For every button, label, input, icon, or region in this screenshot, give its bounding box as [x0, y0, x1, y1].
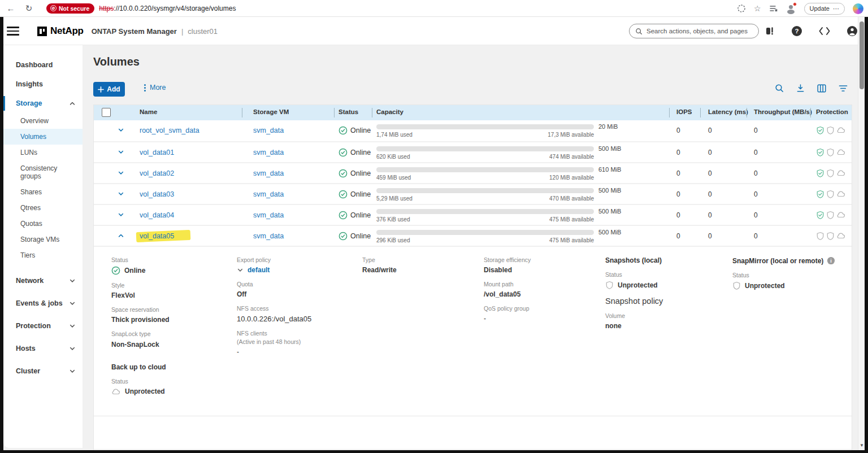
status-cell: Online — [338, 232, 371, 241]
expand-row-icon[interactable] — [118, 190, 124, 197]
help-icon[interactable]: ? — [791, 25, 802, 37]
storage-vm-link[interactable]: svm_data — [253, 232, 284, 240]
status-cell: Online — [338, 169, 371, 178]
column-header-latency-ms-[interactable]: Latency (ms) — [708, 108, 748, 115]
not-secure-badge[interactable]: ⊘ Not secure — [46, 3, 94, 14]
column-header-storage-vm[interactable]: Storage VM — [253, 108, 289, 115]
snapmirror-shield-icon — [826, 148, 835, 157]
sidebar-item-qtrees[interactable]: Qtrees — [3, 200, 83, 216]
scrollbar-down-icon[interactable]: ▼ — [860, 443, 864, 448]
sidebar-item-overview[interactable]: Overview — [3, 113, 83, 129]
search-icon[interactable] — [775, 84, 784, 93]
capacity-total: 20 MiB — [598, 123, 618, 130]
rest-api-icon[interactable] — [819, 27, 830, 36]
volume-row-vol_data05[interactable]: vol_data05 svm_data Online 500 MiB 296 K… — [94, 225, 852, 246]
sidebar-item-events-jobs[interactable]: Events & jobs — [3, 294, 83, 313]
collections-icon[interactable] — [769, 4, 778, 13]
more-button[interactable]: More — [144, 84, 166, 92]
page-scrollbar[interactable]: ▼ — [858, 17, 865, 450]
sidebar-item-storage[interactable]: Storage — [3, 94, 83, 113]
browser-essentials-icon[interactable] — [737, 4, 746, 13]
user-account-icon[interactable] — [847, 25, 858, 37]
sidebar-item-protection[interactable]: Protection — [3, 316, 83, 336]
column-header-protection[interactable]: Protection — [816, 108, 848, 115]
detail-field-value[interactable]: default — [237, 266, 362, 274]
snapshot-protected-shield-icon — [816, 126, 824, 135]
volume-name-link[interactable]: vol_data02 — [140, 169, 174, 177]
chevron-down-icon — [69, 368, 76, 374]
expand-row-icon[interactable] — [118, 149, 124, 155]
volume-name-link[interactable]: vol_data05 — [140, 232, 174, 240]
plus-icon — [98, 86, 104, 93]
expand-row-icon[interactable] — [118, 169, 124, 176]
collapse-row-icon[interactable] — [118, 232, 124, 239]
browser-menu-dots-icon[interactable]: ⋯ — [833, 5, 839, 12]
sidebar-item-volumes[interactable]: Volumes — [3, 129, 83, 145]
volume-name-link[interactable]: vol_data04 — [140, 211, 174, 219]
detail-field-space-reservation: Space reservation Thick provisioned — [111, 306, 237, 324]
browser-profile-avatar[interactable] — [786, 3, 796, 14]
volume-row-vol_data01[interactable]: vol_data01 svm_data Online 500 MiB 620 K… — [94, 141, 852, 162]
volume-row-vol_data03[interactable]: vol_data03 svm_data Online 500 MiB 5,29 … — [94, 183, 852, 204]
expand-row-icon[interactable] — [118, 127, 124, 133]
detail-column-2: Export policy default Quota Off NFS acce… — [237, 256, 362, 402]
chevron-down-icon[interactable] — [237, 267, 244, 273]
scrollbar-thumb[interactable] — [860, 21, 864, 89]
column-header-capacity[interactable]: Capacity — [376, 108, 403, 115]
storage-vm-link[interactable]: svm_data — [253, 169, 284, 177]
netapp-logo-icon — [37, 27, 47, 36]
info-icon[interactable]: i — [827, 256, 835, 265]
browser-update-button[interactable]: Update ⋯ — [804, 3, 845, 15]
header-separator — [810, 108, 811, 117]
storage-vm-link[interactable]: svm_data — [253, 211, 284, 219]
column-header-status[interactable]: Status — [338, 108, 358, 115]
sidebar-item-hosts[interactable]: Hosts — [3, 339, 83, 358]
iops-value: 0 — [676, 190, 680, 198]
address-bar[interactable]: ⊘ Not secure https://10.0.0.220/sysmgr/v… — [46, 2, 236, 15]
global-search-input[interactable] — [646, 28, 748, 34]
sidebar-item-storage-vms[interactable]: Storage VMs — [3, 232, 83, 247]
sidebar-item-insights[interactable]: Insights — [3, 75, 83, 94]
sidebar-item-dashboard[interactable]: Dashboard — [3, 55, 83, 75]
sidebar-item-consistency-groups[interactable]: Consistency groups — [3, 160, 83, 184]
volume-name-link[interactable]: root_vol_svm_data — [140, 127, 199, 134]
sidebar-item-label: Dashboard — [16, 61, 53, 69]
sidebar-item-tiers[interactable]: Tiers — [3, 247, 83, 263]
volume-name-link[interactable]: vol_data01 — [140, 149, 174, 156]
hamburger-menu-icon[interactable] — [7, 25, 19, 37]
storage-vm-link[interactable]: svm_data — [253, 149, 284, 156]
volume-row-vol_data04[interactable]: vol_data04 svm_data Online 500 MiB 376 K… — [94, 204, 852, 225]
select-all-checkbox[interactable] — [102, 108, 111, 117]
volume-name-link[interactable]: vol_data03 — [140, 190, 174, 198]
volume-row-root_vol_svm_data[interactable]: root_vol_svm_data svm_data Online 20 MiB… — [94, 120, 852, 141]
column-header-name[interactable]: Name — [140, 108, 157, 115]
add-button[interactable]: Add — [93, 82, 125, 97]
sidebar-item-network[interactable]: Network — [3, 271, 83, 290]
feedback-icon[interactable] — [765, 26, 775, 36]
latency-value: 0 — [708, 232, 712, 240]
filter-icon[interactable] — [839, 84, 848, 93]
download-icon[interactable] — [796, 84, 805, 93]
storage-vm-link[interactable]: svm_data — [253, 190, 284, 198]
sidebar-item-quotas[interactable]: Quotas — [3, 216, 83, 232]
browser-back-icon[interactable]: ← — [3, 1, 18, 16]
not-secure-icon: ⊘ — [50, 5, 57, 11]
table-footer-spacer — [94, 416, 852, 449]
global-search[interactable] — [629, 24, 759, 38]
detail-field-label: Status — [111, 378, 237, 385]
sidebar-item-shares[interactable]: Shares — [3, 184, 83, 200]
header-separator — [372, 108, 372, 117]
sidebar-item-cluster[interactable]: Cluster — [3, 361, 83, 381]
storage-vm-link[interactable]: svm_data — [253, 127, 284, 134]
sidebar-item-luns[interactable]: LUNs — [3, 145, 83, 160]
volume-row-vol_data02[interactable]: vol_data02 svm_data Online 610 MiB 459 M… — [94, 162, 852, 183]
copilot-icon[interactable] — [853, 3, 863, 14]
favorites-star-icon[interactable]: ☆ — [754, 4, 761, 13]
status-cell: Online — [338, 211, 371, 220]
columns-icon[interactable] — [817, 84, 826, 93]
browser-refresh-icon[interactable]: ↻ — [21, 1, 36, 16]
protection-cell — [816, 126, 846, 135]
column-header-throughput-mb-s-[interactable]: Throughput (MB/s) — [754, 108, 812, 115]
column-header-iops[interactable]: IOPS — [676, 108, 692, 115]
expand-row-icon[interactable] — [118, 211, 124, 218]
